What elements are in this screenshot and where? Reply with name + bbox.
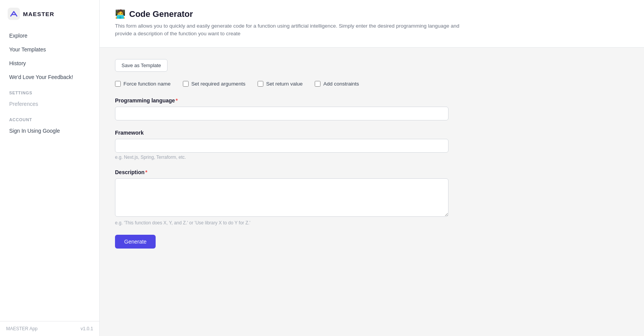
sidebar-item-preferences: Preferences (5, 97, 95, 110)
programming-language-group: Programming language* (115, 97, 449, 120)
checkbox-set-required-arguments[interactable]: Set required arguments (183, 81, 245, 87)
page-title-row: 🧑‍💻 Code Generator (115, 9, 629, 19)
add-constraints-checkbox[interactable] (315, 81, 320, 87)
maester-logo-icon (8, 8, 20, 20)
checkbox-set-return-value[interactable]: Set return value (258, 81, 302, 87)
page-title: Code Generator (129, 9, 193, 19)
page-description: This form allows you to quickly and easi… (115, 22, 460, 38)
sidebar-item-explore[interactable]: Explore (5, 29, 95, 42)
framework-hint: e.g. Next.js, Spring, Terraform, etc. (115, 155, 449, 160)
checkbox-force-function-name[interactable]: Force function name (115, 81, 171, 87)
sidebar-item-history[interactable]: History (5, 57, 95, 70)
set-required-arguments-label: Set required arguments (191, 81, 245, 87)
programming-language-label: Programming language* (115, 97, 449, 104)
page-header: 🧑‍💻 Code Generator This form allows you … (100, 0, 644, 48)
checkboxes-row: Force function name Set required argumen… (115, 81, 449, 87)
framework-group: Framework e.g. Next.js, Spring, Terrafor… (115, 130, 449, 160)
framework-input[interactable] (115, 139, 449, 153)
svg-rect-0 (8, 8, 20, 20)
add-constraints-label: Add constraints (323, 81, 359, 87)
settings-section-label: SETTINGS (5, 84, 95, 97)
description-label: Description* (115, 169, 449, 175)
description-input[interactable] (115, 178, 449, 217)
page-icon: 🧑‍💻 (115, 9, 125, 19)
set-return-value-label: Set return value (266, 81, 302, 87)
checkbox-add-constraints[interactable]: Add constraints (315, 81, 359, 87)
main-content: 🧑‍💻 Code Generator This form allows you … (100, 0, 644, 336)
description-hint: e.g. 'This function does X, Y, and Z.' o… (115, 220, 449, 226)
force-function-name-label: Force function name (123, 81, 171, 87)
set-required-arguments-checkbox[interactable] (183, 81, 189, 87)
description-required: * (145, 169, 147, 175)
sidebar: MAESTER Explore Your Templates History W… (0, 0, 100, 336)
description-group: Description* e.g. 'This function does X,… (115, 169, 449, 226)
footer-version: v1.0.1 (80, 326, 93, 331)
generate-button[interactable]: Generate (115, 235, 156, 249)
logo-text: MAESTER (23, 11, 54, 17)
framework-label: Framework (115, 130, 449, 136)
force-function-name-checkbox[interactable] (115, 81, 121, 87)
account-section-label: ACCOUNT (5, 111, 95, 124)
form-container: Save as Template Force function name Set… (100, 48, 464, 260)
sidebar-nav: Explore Your Templates History We'd Love… (0, 29, 99, 321)
set-return-value-checkbox[interactable] (258, 81, 263, 87)
programming-language-input[interactable] (115, 107, 449, 120)
programming-language-required: * (176, 97, 177, 104)
logo-container: MAESTER (0, 0, 99, 29)
sidebar-item-feedback[interactable]: We'd Love Your Feedback! (5, 71, 95, 84)
sidebar-footer: MAESTER App v1.0.1 (0, 321, 99, 336)
footer-app-name: MAESTER App (6, 326, 38, 331)
save-template-button[interactable]: Save as Template (115, 59, 168, 72)
sidebar-item-your-templates[interactable]: Your Templates (5, 43, 95, 56)
sidebar-item-sign-in[interactable]: Sign In Using Google (5, 124, 95, 137)
